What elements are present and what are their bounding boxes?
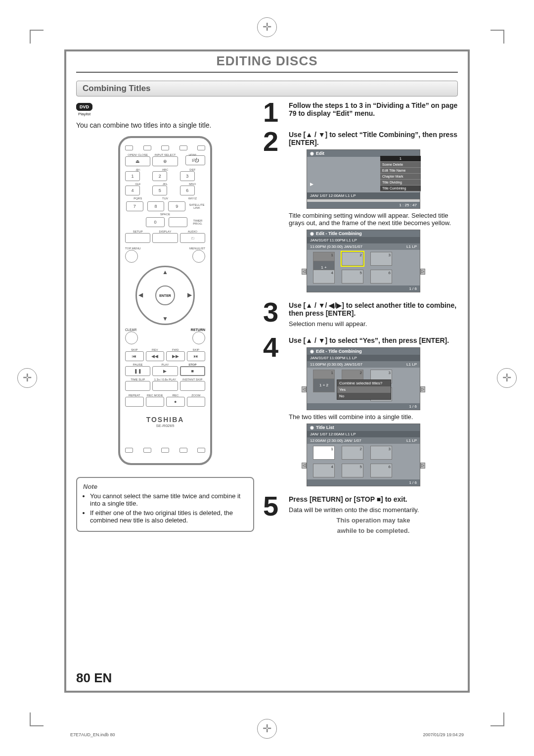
key-5[interactable]: 5 <box>152 186 167 195</box>
nav-left-icon: ◁ <box>302 269 307 275</box>
osd-footer: 1 / 6 <box>307 479 420 486</box>
key-6[interactable]: 6 <box>180 186 195 195</box>
step-4: 4 Use [▲ / ▼] to select “Yes”, then pres… <box>263 336 458 488</box>
step-text: Use [▲ / ▼] to select “Yes”, then press … <box>289 336 449 344</box>
osd-sub-left: 11:00PM (0:30:00) JAN/31/07 <box>310 244 362 249</box>
step-text: Follow the steps 1 to 3 in “Dividing a T… <box>289 101 457 117</box>
key-2[interactable]: 2 <box>152 171 167 181</box>
step-number: 3 <box>263 301 284 330</box>
enter-button[interactable]: ENTER <box>155 285 175 305</box>
thumb-5: 5 <box>342 464 363 477</box>
skip-prev-button[interactable]: ⏮ <box>125 351 144 361</box>
step-3: 3 Use [▲ / ▼/ ◀/▶] to select another tit… <box>263 301 458 330</box>
model: SE-R0265 <box>125 424 205 428</box>
key-8[interactable]: 8 <box>147 201 165 211</box>
registration-mark: ✛ <box>497 368 517 388</box>
setup-button[interactable] <box>125 233 150 243</box>
key-7[interactable]: 7 <box>126 201 143 211</box>
thumb-4: 4 <box>313 464 335 477</box>
step-1: 1 Follow the steps 1 to 3 in “Dividing a… <box>263 101 458 124</box>
step-text: Press [RETURN] or [STOP ■] to exit. <box>289 495 407 503</box>
section-heading: Combining Titles <box>76 81 458 96</box>
up-button[interactable]: ▲ <box>162 269 168 276</box>
crop-mark <box>490 712 504 726</box>
fwd-button[interactable]: ▶▶ <box>166 351 185 361</box>
recmode-button[interactable] <box>146 397 165 407</box>
step-number: 4 <box>263 336 284 488</box>
note-item: If either one of the two original titles… <box>90 509 247 524</box>
power-button[interactable]: I/⏻ <box>185 155 205 165</box>
page-title: EDITING DISCS <box>76 51 458 73</box>
step-caption: Data will be written onto the disc momen… <box>289 506 458 514</box>
key-1[interactable]: 1 <box>125 171 140 181</box>
label-timer: TIMER PROG. <box>190 219 205 225</box>
pause-button[interactable]: ❚❚ <box>125 366 150 376</box>
osd-menu-panel: 1 Scene Delete Edit Title Name Chapter M… <box>380 156 421 191</box>
thumb-plus: 1 + 2 <box>313 378 335 392</box>
osd-title: Edit <box>316 151 324 156</box>
right-button[interactable]: ▶ <box>187 291 192 298</box>
step-number: 5 <box>263 495 284 534</box>
osd-footer: 1 / 6 <box>307 285 420 292</box>
osd-confirm: ◉Edit - Title Combining JAN/31/07 11:00P… <box>307 347 420 410</box>
key-9[interactable]: 9 <box>168 201 185 211</box>
step-number: 2 <box>263 131 284 294</box>
osd-info: JAN/ 1/07 12:00AM L1 LP <box>307 431 420 437</box>
osd-title: Edit - Title Combining <box>316 231 362 236</box>
topmenu-button[interactable] <box>125 250 138 263</box>
osd-menu-item: Scene Delete <box>380 162 421 168</box>
step-caption: The two titles will combine into a singl… <box>289 413 458 421</box>
audio-button[interactable]: ⏍ <box>180 233 205 243</box>
down-button[interactable]: ▼ <box>162 315 168 322</box>
osd-info: JAN/31/07 11:00PM L1 LP <box>307 355 420 361</box>
nav-right-icon: ▷ <box>420 386 425 392</box>
repeat-button[interactable] <box>125 397 144 407</box>
osd-title: Title List <box>316 425 334 430</box>
label-return: RETURN <box>191 328 205 331</box>
key-0[interactable]: 0 <box>146 217 165 227</box>
osd-menu-item: Title Dividing <box>380 180 421 186</box>
thumb-1: 1 <box>313 446 335 460</box>
thumb-6: 6 <box>370 270 392 284</box>
timeslip-button[interactable] <box>125 381 150 391</box>
stop-button[interactable]: ■ <box>180 366 205 376</box>
input-button[interactable]: ⊕ <box>152 156 178 166</box>
playlist-label: Playlist <box>78 112 254 116</box>
return-button[interactable] <box>192 331 205 344</box>
menulist-button[interactable] <box>192 250 205 263</box>
rev-button[interactable]: ◀◀ <box>146 351 165 361</box>
timestamp: 2007/01/29 19:04:29 <box>423 732 464 737</box>
crop-mark <box>30 30 44 44</box>
play-icon: ▶ <box>310 182 313 187</box>
key-3[interactable]: 3 <box>180 171 195 181</box>
thumb-2-selected: 2 <box>342 252 363 266</box>
clear-button[interactable] <box>125 331 138 344</box>
left-button[interactable]: ◀ <box>138 291 143 298</box>
label-pqrs: PQRS <box>125 197 150 200</box>
dpad: ENTER ▲ ▼ ◀ ▶ <box>135 266 195 325</box>
speed-button[interactable] <box>152 381 178 391</box>
step-text: Use [▲ / ▼/ ◀/▶] to select another title… <box>289 301 456 317</box>
osd-index: 1 <box>380 156 421 162</box>
skip-next-button[interactable]: ⏭ <box>187 351 206 361</box>
dvd-badge-text: DVD <box>76 103 92 111</box>
nav-right-icon: ▷ <box>420 463 425 469</box>
indb-marker: E7E7AUD_EN.indb 80 <box>70 732 115 737</box>
instant-skip-button[interactable] <box>180 381 205 391</box>
page-number: 80 <box>76 670 90 685</box>
osd-title-combining: ◉Edit - Title Combining JAN/31/07 11:00P… <box>307 230 420 292</box>
label-tuv: TUV <box>152 197 178 200</box>
eject-button[interactable]: ⏏ <box>125 156 150 166</box>
registration-mark: ✛ <box>17 368 37 388</box>
thumb-4: 4 <box>313 270 335 284</box>
display-button[interactable] <box>152 233 178 243</box>
play-button[interactable]: ▶ <box>152 366 178 376</box>
step-text: Use [▲ / ▼] to select “Title Combining”,… <box>289 131 457 146</box>
osd-sub-right: L1 LP <box>406 362 417 367</box>
timer-button[interactable] <box>169 217 187 227</box>
key-4[interactable]: 4 <box>125 186 140 195</box>
rec-button[interactable]: ● <box>166 397 185 407</box>
osd-menu-item: Edit Title Name <box>380 168 421 174</box>
step-caption: Title combining setting window will appe… <box>289 212 458 227</box>
zoom-button[interactable] <box>187 397 206 407</box>
